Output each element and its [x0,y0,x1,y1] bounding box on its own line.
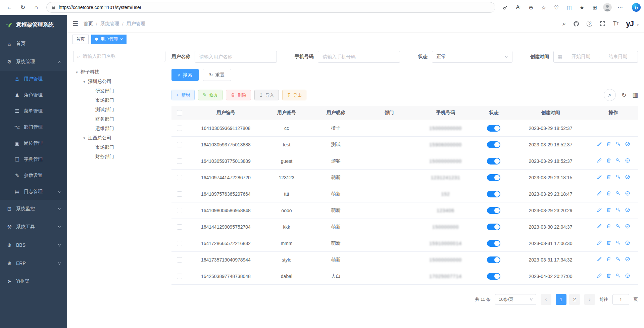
status-toggle[interactable] [487,125,500,132]
sidebar-item-system-mgmt[interactable]: ⚙系统管理∧ [0,53,67,71]
sidebar-item-erp[interactable]: ⊕ERP∨ [0,254,67,272]
zoom-out-icon[interactable]: ⊖ [525,2,537,13]
status-toggle[interactable] [487,273,500,280]
edit-action-icon[interactable] [597,207,602,213]
sidebar-item-post-mgmt[interactable]: ▣岗位管理 [0,135,67,151]
import-button[interactable]: ↥ 导入 [254,90,279,100]
delete-action-icon[interactable] [606,273,611,278]
tab-user-mgmt[interactable]: 用户管理× [91,35,127,44]
status-toggle[interactable] [487,141,500,148]
tree-node[interactable]: 研发部门 [73,86,165,96]
sidebar-item-dept-mgmt[interactable]: ⌥部门管理 [0,119,67,135]
delete-action-icon[interactable] [606,141,611,147]
row-checkbox[interactable] [177,191,182,197]
select-all-checkbox[interactable] [177,110,182,115]
tree-node[interactable]: 市场部门 [73,96,165,105]
tree-node[interactable]: ▾橙子科技 [73,67,165,77]
tree-node[interactable]: 市场部门 [73,143,165,152]
dept-search-box[interactable]: ⌕ 请输入部门名称 [73,51,165,62]
assign-role-action-icon[interactable] [625,207,630,213]
fullscreen-icon[interactable] [600,21,605,27]
delete-action-icon[interactable] [606,240,611,245]
assign-role-action-icon[interactable] [625,191,630,196]
created-date-range[interactable]: ▦ 开始日期 - 结束日期 [553,51,638,63]
assign-role-action-icon[interactable] [625,240,630,245]
sidebar-item-system-monitor[interactable]: ⊡系统监控∨ [0,200,67,218]
export-button[interactable]: ↧ 导出 [282,90,307,100]
favorites-bar-icon[interactable]: ★ [576,2,588,13]
sidebar-item-yi-framework[interactable]: ➤Yi框架 [0,272,67,290]
status-toggle[interactable] [487,174,500,181]
reset-password-action-icon[interactable] [615,158,621,163]
reset-password-action-icon[interactable] [615,174,621,180]
status-select[interactable]: 正常 ∨ [432,51,512,63]
sidebar-item-log-mgmt[interactable]: ▤日志管理∨ [0,184,67,200]
favorite-add-icon[interactable]: ☆ [538,2,550,13]
next-page-button[interactable]: › [584,294,595,305]
edit-action-icon[interactable] [597,174,602,180]
page-button-1[interactable]: 1 [556,294,566,305]
row-checkbox[interactable] [177,175,182,180]
reset-password-action-icon[interactable] [615,240,621,245]
reset-password-action-icon[interactable] [615,141,621,147]
browser-home-icon[interactable]: ⌂ [30,2,42,13]
row-checkbox[interactable] [177,224,182,230]
edit-action-icon[interactable] [597,273,602,278]
split-screen-icon[interactable]: ◫ [563,2,575,13]
url-bar[interactable]: https://ccnetcore.com:1101/system/user [46,2,495,13]
status-toggle[interactable] [487,224,500,230]
edit-action-icon[interactable] [597,256,602,262]
row-checkbox[interactable] [177,158,182,164]
row-checkbox[interactable] [177,208,182,213]
row-checkbox[interactable] [177,241,182,246]
edit-action-icon[interactable] [597,240,602,245]
row-checkbox[interactable] [177,142,182,147]
sidebar-toggle-icon[interactable]: ☰ [72,20,78,28]
edit-action-icon[interactable] [597,224,602,229]
reset-password-action-icon[interactable] [615,256,621,262]
close-icon[interactable]: × [120,37,123,42]
goto-page-input[interactable] [612,294,629,305]
font-size-icon[interactable]: TT [613,20,618,27]
assign-role-action-icon[interactable] [625,141,630,147]
tree-node[interactable]: 测试部门 [73,105,165,114]
sidebar-item-menu-mgmt[interactable]: ☰菜单管理 [0,103,67,119]
sidebar-item-system-tools[interactable]: ⚒系统工具∨ [0,218,67,236]
edit-action-icon[interactable] [597,141,602,147]
delete-action-icon[interactable] [606,256,611,262]
delete-action-icon[interactable] [606,174,611,180]
edit-action-icon[interactable] [597,158,602,163]
bing-chat-icon[interactable]: b [632,3,641,12]
sidebar-item-dict-mgmt[interactable]: ❏字典管理 [0,151,67,168]
assign-role-action-icon[interactable] [625,224,630,229]
sidebar-item-param-settings[interactable]: ✎参数设置 [0,168,67,184]
reset-password-action-icon[interactable] [615,273,621,278]
row-checkbox[interactable] [177,274,182,279]
reset-password-action-icon[interactable] [615,191,621,196]
collections-icon[interactable]: ⊞ [589,2,601,13]
tree-node[interactable]: 财务部门 [73,152,165,161]
status-toggle[interactable] [487,207,500,214]
status-toggle[interactable] [487,256,500,263]
assign-role-action-icon[interactable] [625,174,630,180]
profile-avatar[interactable] [601,2,613,13]
sidebar-item-home[interactable]: ⌂首页 [0,35,67,53]
read-aloud-icon[interactable]: A⁾ [512,2,524,13]
more-options-icon[interactable]: ⋯ [614,2,626,13]
page-size-select[interactable]: 10条/页 ∨ [495,294,536,305]
status-toggle[interactable] [487,191,500,197]
username-filter-input[interactable] [195,51,277,63]
page-button-2[interactable]: 2 [569,294,580,305]
tree-node[interactable]: 财务部门 [73,114,165,124]
reset-button[interactable]: ↻ 重置 [203,69,231,81]
back-icon[interactable]: ← [3,2,15,13]
user-avatar[interactable]: yJ [626,19,633,28]
assign-role-action-icon[interactable] [625,273,630,278]
toggle-search-button[interactable]: ⌕ [604,89,616,101]
delete-action-icon[interactable] [606,224,611,229]
add-button[interactable]: + 新增 [171,90,195,100]
edit-action-icon[interactable] [597,191,602,196]
sidebar-item-user-mgmt[interactable]: ♙用户管理 [0,71,67,87]
reset-password-action-icon[interactable] [615,224,621,229]
phone-filter-input[interactable] [318,51,400,63]
